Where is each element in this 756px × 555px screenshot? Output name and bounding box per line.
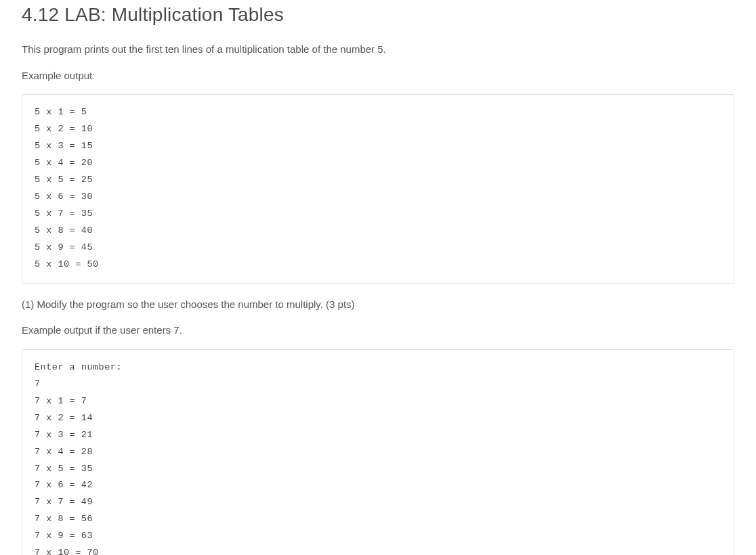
page-title: 4.12 LAB: Multiplication Tables (22, 4, 734, 26)
document-content: 4.12 LAB: Multiplication Tables This pro… (0, 4, 756, 555)
code-block-example-7: Enter a number: 7 7 x 1 = 7 7 x 2 = 14 7… (22, 349, 734, 555)
code-block-example-5: 5 x 1 = 5 5 x 2 = 10 5 x 3 = 15 5 x 4 = … (22, 94, 734, 284)
intro-paragraph: This program prints out the first ten li… (22, 42, 734, 58)
task-1-description: (1) Modify the program so the user choos… (22, 297, 734, 313)
example-output-label-1: Example output: (22, 68, 734, 84)
example-output-label-2: Example output if the user enters 7. (22, 323, 734, 338)
